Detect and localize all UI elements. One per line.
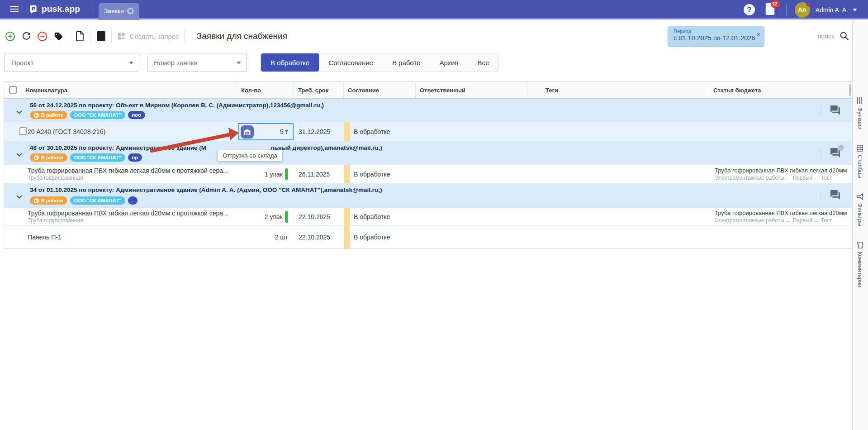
item-row-pipe-2[interactable]: Труба гофрированная ПВХ гибкая легкая d2… — [4, 208, 852, 226]
period-label: Период — [674, 29, 759, 34]
add-button[interactable]: + — [5, 32, 15, 41]
menu-icon[interactable] — [10, 6, 19, 12]
status-tab-in-work[interactable]: В работе — [383, 53, 430, 72]
comments-icon[interactable] — [830, 105, 841, 118]
group-row-56[interactable]: 56 от 24.12.2025 по проекту: Объект в Ми… — [4, 99, 852, 122]
notifications-button[interactable]: 12 — [765, 3, 775, 17]
topbar-divider — [92, 4, 92, 14]
request-number-placeholder: Номер заявки — [154, 59, 198, 67]
column-nomenclature[interactable]: Номенклатура — [25, 87, 67, 94]
tab-label: Заявки — [104, 8, 124, 14]
tab-close-icon[interactable]: ✕ — [127, 8, 134, 14]
tag-badge: поо — [128, 111, 145, 119]
group-badges: ▶В работе ООО "СК АМАНАТ" пр — [30, 153, 142, 162]
item-row-panel[interactable]: Панель П-1 2 шт 22.10.2025 В обработке — [4, 226, 852, 248]
column-responsible[interactable]: Ответственный — [416, 82, 527, 98]
status-tab-archive[interactable]: Архив — [430, 53, 468, 72]
create-request-icon — [117, 32, 126, 41]
chevron-down-icon[interactable] — [16, 108, 22, 116]
tab-requests[interactable]: Заявки ✕ — [99, 3, 139, 20]
logo-icon — [29, 5, 38, 14]
group-badges: ▶В работе ООО "СК АМАНАТ" поо — [30, 111, 145, 119]
remove-button[interactable]: − — [38, 32, 47, 41]
app-logo[interactable]: pusk.app — [29, 4, 80, 14]
item-quantity: 1 упак — [265, 171, 283, 178]
group-badges: ▶В работе ООО "СК АМАНАТ" . — [30, 196, 138, 205]
status-tab-all[interactable]: Все — [468, 53, 498, 72]
tag-badge: . — [128, 196, 138, 205]
period-value: с 01.10.2025 по 12.01.2026 — [674, 34, 759, 42]
column-budget-item[interactable]: Статья бюджета — [709, 82, 852, 98]
row-checkbox[interactable] — [19, 127, 27, 135]
state-indicator-bar — [344, 165, 350, 183]
group-row-48[interactable]: 48 от 30.10.2025 по проекту: Администрат… — [4, 141, 852, 165]
comment-icon — [857, 242, 863, 248]
state-indicator-bar — [344, 226, 350, 248]
chevron-down-icon — [129, 62, 133, 64]
period-close-icon[interactable]: × — [757, 31, 760, 38]
user-menu-caret-icon[interactable] — [853, 9, 857, 11]
org-badge: ООО "СК АМАНАТ" — [70, 111, 125, 119]
item-state: В обработке — [354, 171, 390, 178]
budget-item: Труба гофрированная ПВХ гибкая легкая d2… — [715, 210, 847, 216]
vertical-scrollbar-thumb[interactable] — [849, 84, 851, 96]
tag-button[interactable] — [53, 31, 64, 42]
status-badge: ▶В работе — [30, 153, 67, 162]
sidebar-item-comments[interactable]: Комментарии — [855, 242, 864, 287]
group-row-34[interactable]: 34 от 01.10.2025 по проекту: Администрат… — [4, 183, 852, 208]
columns-icon — [857, 145, 863, 152]
ship-from-warehouse-button[interactable] — [241, 125, 254, 139]
project-select[interactable]: Проект — [5, 53, 139, 72]
search-button[interactable]: поиск — [818, 31, 849, 41]
request-number-select[interactable]: Номер заявки — [147, 53, 247, 72]
toolbar: + − Создать запрос Заявки для снабжения … — [0, 21, 868, 51]
app-root: { "topbar": { "logo": "pusk.app", "tab_l… — [0, 0, 868, 430]
column-tags[interactable]: Теги — [527, 82, 709, 98]
item-quantity: 5 т — [280, 128, 288, 135]
notification-badge: 12 — [771, 0, 779, 8]
page-title: Заявки для снабжения — [197, 31, 287, 41]
period-filter-chip[interactable]: Период с 01.10.2025 по 12.01.2026 × — [668, 26, 764, 47]
refresh-button[interactable] — [21, 31, 32, 42]
toolbar-divider — [184, 29, 185, 43]
status-tab-processing[interactable]: В обработке — [261, 53, 319, 72]
group-title: 48 от 30.10.2025 по проекту: Администрат… — [30, 144, 382, 151]
topbar-right: ? 12 AA Admin A. A. — [744, 0, 868, 19]
state-indicator-bar — [344, 208, 350, 225]
column-state[interactable]: Состояние — [344, 82, 416, 98]
create-request-label: Создать запрос — [130, 33, 179, 40]
toolbar-divider — [90, 29, 90, 43]
chevron-down-icon[interactable] — [16, 150, 22, 158]
select-all-checkbox[interactable] — [9, 86, 17, 94]
column-due-date[interactable]: Треб. срок — [294, 82, 344, 98]
item-name: Труба гофрированная ПВХ гибкая легкая d2… — [28, 210, 228, 217]
sidebar-item-columns[interactable]: Столбцы — [855, 145, 864, 178]
group-title: 34 от 01.10.2025 по проекту: Администрат… — [30, 186, 382, 193]
avatar-status-dot — [806, 2, 811, 6]
org-badge: ООО "СК АМАНАТ" — [70, 153, 125, 162]
sidebar-item-filters[interactable]: Фильтры — [855, 193, 864, 226]
avatar[interactable]: AA — [795, 2, 810, 18]
item-state: В обработке — [354, 128, 390, 135]
document-filled-button[interactable] — [95, 31, 106, 42]
document-outline-button[interactable] — [74, 31, 85, 42]
status-tab-approval[interactable]: Согласование — [319, 53, 383, 72]
org-badge: ООО "СК АМАНАТ" — [70, 196, 125, 205]
item-row-a240[interactable]: 20 А240 (ГОСТ 34028-216) 31.12.2025 В об… — [4, 122, 852, 141]
search-label: поиск — [818, 33, 834, 40]
create-request-button[interactable]: Создать запрос — [117, 32, 179, 41]
filter-row: Проект Номер заявки В обработке Согласов… — [0, 53, 868, 72]
shipment-tooltip: Отгрузка со склада — [217, 150, 283, 161]
chevron-down-icon[interactable] — [16, 192, 22, 201]
item-row-pipe-1[interactable]: Труба гофрированная ПВХ гибкая легкая d2… — [4, 165, 852, 183]
user-name: Admin A. A. — [816, 6, 848, 14]
item-due-date: 26.11.2025 — [294, 165, 344, 183]
functions-icon — [857, 97, 863, 104]
comments-icon[interactable] — [830, 189, 841, 202]
help-icon[interactable]: ? — [744, 4, 755, 15]
quantity-cell-focus: 5 т — [238, 123, 294, 140]
column-quantity[interactable]: Кол-во — [237, 82, 294, 98]
sidebar-item-functions[interactable]: Функции — [855, 97, 864, 129]
item-name: 20 А240 (ГОСТ 34028-216) — [28, 128, 105, 135]
top-bar: pusk.app Заявки ✕ ? 12 AA Admin A. A. — [0, 0, 868, 19]
